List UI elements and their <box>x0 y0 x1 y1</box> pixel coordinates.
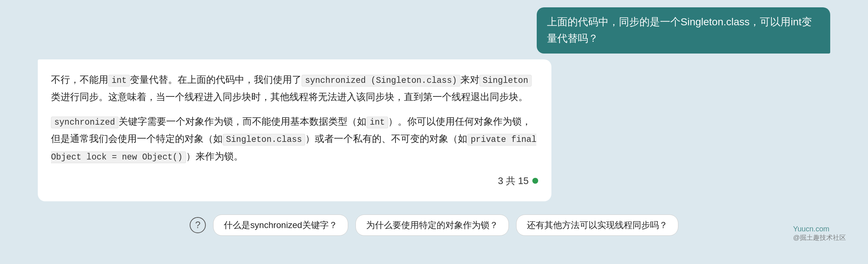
page-indicator: 3 共 15 <box>51 172 538 190</box>
assistant-message-row: 不行，不能用int变量代替。在上面的代码中，我们使用了synchronized … <box>30 59 838 201</box>
suggestion-btn-1[interactable]: 什么是synchronized关键字？ <box>213 214 348 236</box>
para1-text3: 来对 <box>460 74 479 85</box>
user-bubble: 上面的代码中，同步的是一个Singleton.class，可以用int变量代替吗… <box>537 7 830 54</box>
suggestions-row: ? 什么是synchronized关键字？ 为什么要使用特定的对象作为锁？ 还有… <box>30 211 838 239</box>
watermark-line2: @掘土趣技术社区 <box>793 233 846 242</box>
para1-text4: 类进行同步。这意味着，当一个线程进入同步块时，其他线程将无法进入该同步块，直到第… <box>51 91 528 102</box>
suggestion-btn-3[interactable]: 还有其他方法可以实现线程同步吗？ <box>516 214 678 236</box>
para1-text1: 不行，不能用 <box>51 74 108 85</box>
chat-container: 上面的代码中，同步的是一个Singleton.class，可以用int变量代替吗… <box>30 7 838 239</box>
watermark: Yuucn.com @掘土趣技术社区 <box>793 225 846 242</box>
assistant-paragraph-2: synchronized关键字需要一个对象作为锁，而不能使用基本数据类型（如in… <box>51 113 538 165</box>
para2-text3: ）或者一个私有的、不可变的对象（如 <box>305 133 467 144</box>
question-icon[interactable]: ? <box>190 217 206 233</box>
para2-text4: ）来作为锁。 <box>186 151 243 162</box>
para1-text2: 变量代替。在上面的代码中，我们使用了 <box>130 74 302 85</box>
green-dot-icon <box>532 178 538 184</box>
code-int-1: int <box>108 75 130 87</box>
page-indicator-text: 3 共 15 <box>498 172 529 190</box>
para2-text1: 关键字需要一个对象作为锁，而不能使用基本数据类型（如 <box>118 116 366 127</box>
user-message-row: 上面的代码中，同步的是一个Singleton.class，可以用int变量代替吗… <box>30 7 838 54</box>
code-singleton-class: Singleton.class <box>223 134 305 146</box>
user-message-text: 上面的代码中，同步的是一个Singleton.class，可以用int变量代替吗… <box>547 16 812 44</box>
code-synchronized-keyword: synchronized <box>51 117 118 128</box>
assistant-paragraph-1: 不行，不能用int变量代替。在上面的代码中，我们使用了synchronized … <box>51 71 538 106</box>
code-singleton-1: Singleton <box>479 75 532 87</box>
watermark-line1: Yuucn.com <box>793 225 846 233</box>
question-mark: ? <box>195 219 200 231</box>
code-synchronized-class: synchronized (Singleton.class) <box>302 75 460 87</box>
code-int-2: int <box>366 117 388 128</box>
suggestion-btn-2[interactable]: 为什么要使用特定的对象作为锁？ <box>355 214 509 236</box>
assistant-bubble: 不行，不能用int变量代替。在上面的代码中，我们使用了synchronized … <box>38 59 551 201</box>
